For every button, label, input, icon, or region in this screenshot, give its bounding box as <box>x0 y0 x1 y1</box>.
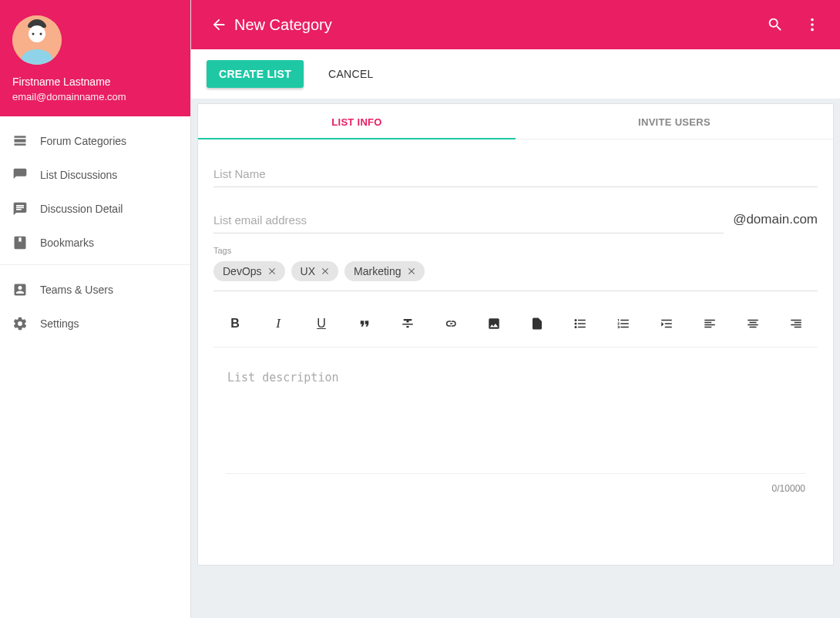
numbered-list-button[interactable] <box>610 313 637 334</box>
file-icon <box>530 317 544 331</box>
svg-rect-6 <box>15 143 26 146</box>
tag-remove-button[interactable] <box>406 266 417 277</box>
format-quote-button[interactable] <box>351 313 378 334</box>
list-email-input[interactable] <box>213 209 724 233</box>
sidebar-item-teams-users[interactable]: Teams & Users <box>0 273 190 307</box>
image-icon <box>487 317 501 331</box>
svg-rect-27 <box>791 320 801 321</box>
svg-rect-18 <box>665 327 672 328</box>
tab-list-info[interactable]: LIST INFO <box>198 104 516 139</box>
page-title: New Category <box>234 16 757 34</box>
tag-chip[interactable]: Marketing <box>344 261 424 281</box>
tag-chip-label: DevOps <box>223 265 262 277</box>
teams-users-icon <box>12 282 40 297</box>
tab-invite-users[interactable]: INVITE USERS <box>516 104 833 139</box>
arrow-back-icon <box>210 16 227 33</box>
bookmarks-icon <box>12 235 40 250</box>
appbar: New Category <box>191 0 840 49</box>
insert-link-button[interactable] <box>437 313 465 334</box>
tag-chip[interactable]: DevOps <box>213 261 285 281</box>
sidebar-item-bookmarks[interactable]: Bookmarks <box>0 226 190 260</box>
more-menu-button[interactable] <box>794 6 831 43</box>
sidebar-item-label: Teams & Users <box>40 284 178 296</box>
align-center-button[interactable] <box>739 313 767 334</box>
form: @domain.com Tags DevOpsUXMarketing BIU 0… <box>198 139 833 520</box>
bullet-list-icon <box>573 317 587 331</box>
format-italic-button[interactable]: I <box>264 313 292 334</box>
create-list-button[interactable]: CREATE LIST <box>207 60 304 88</box>
svg-point-7 <box>811 18 814 22</box>
cancel-button[interactable]: CANCEL <box>322 60 380 88</box>
svg-rect-5 <box>15 139 26 143</box>
tag-remove-button[interactable] <box>320 266 331 277</box>
email-domain-suffix: @domain.com <box>733 212 818 233</box>
align-right-button[interactable] <box>782 313 810 334</box>
close-icon <box>320 266 331 277</box>
sidebar-header: Firstname Lastname email@domainname.com <box>0 0 190 116</box>
sidebar-item-label: Bookmarks <box>40 237 178 249</box>
bullet-list-button[interactable] <box>566 313 594 334</box>
svg-point-1 <box>29 25 45 42</box>
svg-point-9 <box>811 29 814 32</box>
back-button[interactable] <box>203 16 234 33</box>
char-counter: 0/10000 <box>226 477 805 494</box>
sidebar-item-forum-categories[interactable]: Forum Categories <box>0 124 190 158</box>
list-description-input[interactable] <box>226 366 805 474</box>
search-button[interactable] <box>757 6 794 43</box>
richtext-toolbar: BIU <box>213 297 818 348</box>
svg-point-11 <box>575 323 577 325</box>
forum-categories-icon <box>12 133 40 149</box>
insert-file-button[interactable] <box>523 313 551 334</box>
tag-remove-button[interactable] <box>267 266 277 277</box>
indent-list-button[interactable] <box>653 313 680 334</box>
nav: Forum Categories List Discussions Discus… <box>0 116 190 341</box>
svg-rect-28 <box>795 322 801 324</box>
format-strike-button[interactable] <box>394 313 422 334</box>
avatar[interactable] <box>12 15 62 65</box>
list-name-field <box>213 163 818 187</box>
sidebar-item-settings[interactable]: Settings <box>0 307 190 341</box>
tag-chip[interactable]: UX <box>291 261 338 281</box>
tags-label: Tags <box>213 246 818 255</box>
svg-point-3 <box>40 33 42 35</box>
numbered-list-icon <box>617 317 630 331</box>
svg-rect-30 <box>795 327 801 328</box>
close-icon <box>267 266 277 277</box>
svg-rect-13 <box>578 320 586 321</box>
sidebar: Firstname Lastname email@domainname.com … <box>0 0 191 618</box>
svg-rect-23 <box>748 320 758 321</box>
sidebar-item-label: Forum Categories <box>40 135 178 147</box>
sidebar-item-list-discussions[interactable]: List Discussions <box>0 158 190 192</box>
user-email: email@domainname.com <box>12 91 178 102</box>
svg-rect-20 <box>704 322 711 324</box>
align-right-icon <box>789 317 803 331</box>
align-left-button[interactable] <box>696 313 724 334</box>
list-email-row: @domain.com <box>213 209 818 233</box>
svg-rect-26 <box>750 327 757 328</box>
svg-rect-22 <box>704 327 711 328</box>
insert-image-button[interactable] <box>480 313 508 334</box>
svg-point-8 <box>811 23 814 26</box>
content-area: LIST INFO INVITE USERS @domain.com Tags <box>191 99 840 618</box>
tags-chips[interactable]: DevOpsUXMarketing <box>213 255 818 291</box>
main: New Category CREATE LIST CANCEL LIST INF… <box>191 0 840 618</box>
richtext-body: 0/10000 <box>213 348 818 512</box>
svg-rect-14 <box>578 323 586 324</box>
user-name: Firstname Lastname <box>12 76 178 88</box>
svg-rect-4 <box>15 136 26 138</box>
form-card: LIST INFO INVITE USERS @domain.com Tags <box>197 103 834 566</box>
svg-rect-19 <box>704 320 715 321</box>
align-center-icon <box>746 317 760 331</box>
close-icon <box>406 266 417 277</box>
sidebar-item-discussion-detail[interactable]: Discussion Detail <box>0 192 190 226</box>
list-name-input[interactable] <box>213 163 818 187</box>
nav-divider <box>0 264 190 265</box>
discussion-detail-icon <box>12 201 40 217</box>
indent-list-icon <box>660 317 674 331</box>
format-bold-button[interactable]: B <box>221 313 249 334</box>
sidebar-item-label: List Discussions <box>40 169 178 181</box>
tag-chip-label: Marketing <box>354 265 401 277</box>
svg-rect-15 <box>578 327 586 328</box>
sidebar-item-label: Settings <box>40 317 178 330</box>
format-underline-button[interactable]: U <box>307 313 335 334</box>
